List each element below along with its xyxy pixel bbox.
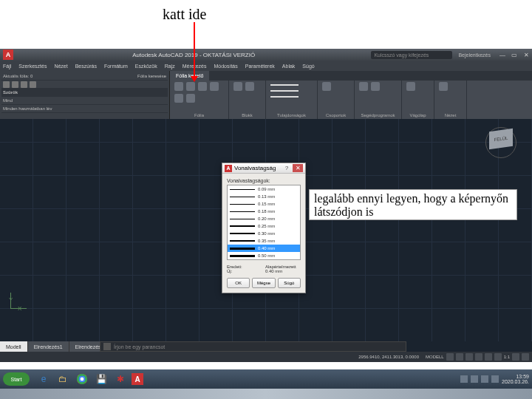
- dialog-help-button[interactable]: ?: [282, 165, 291, 171]
- cancel-button[interactable]: Mégse: [252, 278, 275, 288]
- start-button[interactable]: Start: [3, 372, 30, 386]
- group-icon[interactable]: [322, 82, 331, 91]
- new-label: Új:: [227, 269, 262, 273]
- layer-filters-label: Szűrők: [3, 90, 12, 95]
- color-swatch[interactable]: [270, 96, 299, 98]
- annotation-arrow: [194, 22, 195, 78]
- view-icon[interactable]: [439, 82, 448, 91]
- menu-view[interactable]: Nézet: [54, 64, 67, 69]
- lineweight-preview-line: [230, 225, 255, 227]
- close-button[interactable]: ✕: [520, 50, 532, 60]
- dialog-title: Vonalvastagság: [234, 165, 282, 171]
- ribbon-panel-layer: Fólia: [170, 81, 229, 119]
- autocad-taskbar-icon[interactable]: A: [132, 373, 143, 385]
- menu-insert[interactable]: Beszúrás: [75, 64, 97, 69]
- ok-button[interactable]: OK: [227, 278, 250, 288]
- osnap-toggle-icon[interactable]: [485, 353, 492, 361]
- volume-icon[interactable]: [491, 375, 499, 383]
- menu-parametric[interactable]: Paraméterek: [245, 64, 275, 69]
- layer-states-icon[interactable]: [30, 81, 36, 88]
- lineweight-preview-line: [230, 204, 255, 205]
- signin-button[interactable]: Bejelentkezés: [458, 52, 491, 58]
- paste-icon[interactable]: [406, 82, 415, 91]
- minimize-button[interactable]: —: [497, 50, 508, 60]
- lineweight-toggle-icon[interactable]: [494, 353, 502, 361]
- util-icon[interactable]: [359, 82, 368, 91]
- lineweight-item[interactable]: 0.09 mm: [228, 185, 300, 193]
- dialog-close-button[interactable]: ✕: [293, 164, 303, 172]
- tab-layout1[interactable]: Elrendezés1: [28, 341, 69, 352]
- lineweight-item[interactable]: 0.50 mm: [228, 252, 300, 259]
- menu-edit[interactable]: Szerkesztés: [18, 64, 47, 69]
- layer-icon[interactable]: [186, 94, 195, 103]
- command-line[interactable]: Írjon be egy parancsot: [100, 341, 406, 352]
- block-icon[interactable]: [245, 82, 254, 91]
- layer-icon[interactable]: [210, 82, 219, 91]
- tab-model[interactable]: Modell: [0, 341, 28, 352]
- lineweight-list[interactable]: 0.09 mm0.13 mm0.15 mm0.18 mm0.20 mm0.25 …: [227, 185, 301, 260]
- layer-filter-all[interactable]: Mind: [1, 97, 168, 105]
- lineweight-item[interactable]: 0.30 mm: [228, 230, 300, 237]
- help-search-input[interactable]: Kulcsszó vagy kifejezés: [371, 51, 452, 59]
- clean-screen-icon[interactable]: [522, 353, 529, 361]
- dialog-app-icon: A: [225, 165, 232, 172]
- linetype-swatch[interactable]: [270, 84, 299, 86]
- viewcube[interactable]: FELÜL: [489, 130, 519, 160]
- ucs-y-label: Y: [9, 296, 13, 303]
- explorer-icon[interactable]: 🗀: [55, 372, 71, 386]
- lineweight-value-label: 0.09 mm: [258, 187, 275, 191]
- lineweight-item[interactable]: 0.15 mm: [228, 200, 300, 208]
- menu-help[interactable]: Súgó: [302, 64, 314, 69]
- lineweight-item[interactable]: 0.20 mm: [228, 215, 300, 222]
- menu-tools[interactable]: Eszközök: [135, 64, 157, 69]
- maximize-button[interactable]: ▭: [508, 50, 520, 60]
- save-icon[interactable]: 💾: [93, 372, 109, 386]
- network-icon[interactable]: [481, 375, 488, 383]
- ortho-toggle-icon[interactable]: [466, 353, 473, 361]
- lineweight-item[interactable]: 0.18 mm: [228, 208, 300, 215]
- layer-search-label: Fólia keresése: [137, 74, 166, 78]
- layer-icon[interactable]: [198, 82, 207, 91]
- grid-toggle-icon[interactable]: [446, 353, 454, 361]
- lineweight-item[interactable]: 0.25 mm: [228, 222, 300, 230]
- panel-label: Blokk: [233, 113, 261, 117]
- set-current-icon[interactable]: [21, 81, 27, 88]
- lineweight-item[interactable]: 0.35 mm: [228, 237, 300, 245]
- annotation-click-here: katt ide: [163, 6, 206, 23]
- ie-icon[interactable]: e: [35, 372, 52, 386]
- lineweight-item[interactable]: 0.13 mm: [228, 193, 300, 200]
- lineweight-swatch[interactable]: [270, 90, 299, 92]
- chrome-icon[interactable]: [74, 372, 90, 386]
- menu-file[interactable]: Fájl: [3, 64, 11, 69]
- menu-draw[interactable]: Rajz: [165, 64, 175, 69]
- menu-modify[interactable]: Módosítás: [214, 64, 237, 69]
- taskbar-clock[interactable]: 13:59 2020.03.26.: [502, 374, 529, 384]
- command-line-icon: [103, 343, 111, 350]
- scale-label[interactable]: 1:1: [504, 355, 510, 359]
- dialog-titlebar[interactable]: A Vonalvastagság ? ✕: [222, 163, 305, 174]
- viewcube-face[interactable]: FELÜL: [489, 129, 513, 149]
- app-icon[interactable]: A: [3, 50, 13, 60]
- layer-filter-used[interactable]: Minden használatban lév: [1, 105, 168, 113]
- block-icon[interactable]: [233, 82, 242, 91]
- statusbar: 2956.9410, 2411.3013, 0.0000 MODELL 1:1: [0, 352, 532, 362]
- menu-format[interactable]: Formátum: [104, 64, 128, 69]
- lineweight-item[interactable]: 0.40 mm: [228, 245, 300, 252]
- help-button[interactable]: Súgó: [278, 278, 301, 288]
- util-icon[interactable]: [371, 82, 380, 91]
- menu-window[interactable]: Ablak: [282, 64, 296, 69]
- app-icon[interactable]: ✱: [112, 372, 129, 386]
- delete-layer-icon[interactable]: [12, 81, 18, 88]
- layer-icon[interactable]: [186, 82, 195, 91]
- new-layer-icon[interactable]: [3, 81, 10, 88]
- tray-icon[interactable]: [460, 375, 468, 383]
- lineweight-item[interactable]: 0.53 mm: [228, 259, 300, 260]
- layer-icon[interactable]: [174, 94, 183, 103]
- layer-manager-panel: Aktuális fólia: 0 Fólia keresése Szűrők …: [0, 71, 170, 119]
- polar-toggle-icon[interactable]: [475, 353, 482, 361]
- tray-icon[interactable]: [471, 375, 478, 383]
- layer-icon[interactable]: [174, 82, 183, 91]
- gear-icon[interactable]: [512, 353, 519, 361]
- snap-toggle-icon[interactable]: [456, 353, 463, 361]
- model-space-label[interactable]: MODELL: [426, 355, 444, 359]
